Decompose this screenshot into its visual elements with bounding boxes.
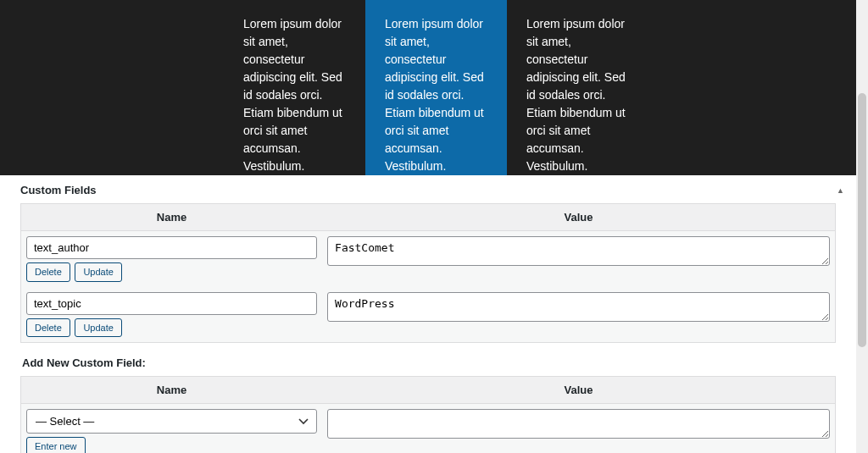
custom-fields-panel-header: Custom Fields ▲ (0, 175, 856, 203)
field-value-textarea[interactable]: WordPress (327, 292, 830, 322)
column-header-name: Name (21, 204, 323, 231)
custom-fields-table: Name Value Delete Update (20, 203, 836, 343)
table-row: Delete Update WordPress (21, 287, 836, 343)
column-header-name: Name (21, 377, 323, 404)
banner-text: Lorem ipsum dolor sit amet, consectetur … (526, 17, 626, 173)
field-key-input[interactable] (26, 292, 317, 315)
custom-fields-panel-body: Name Value Delete Update (0, 203, 856, 453)
banner-text: Lorem ipsum dolor sit amet, consectetur … (385, 17, 484, 173)
update-button[interactable]: Update (75, 318, 121, 338)
panel-toggle-icon[interactable]: ▲ (837, 186, 844, 195)
update-button[interactable]: Update (75, 262, 121, 282)
field-value-textarea[interactable]: FastComet (327, 236, 830, 266)
page-scrollbar[interactable] (856, 0, 868, 453)
table-row: Delete Update FastComet (21, 231, 836, 287)
field-key-input[interactable] (26, 236, 317, 259)
banner-column-active: Lorem ipsum dolor sit amet, consectetur … (365, 0, 507, 175)
scrollbar-thumb[interactable] (858, 93, 866, 347)
add-custom-field-table: Name Value — Select — (20, 376, 836, 453)
new-field-value-textarea[interactable] (327, 409, 830, 439)
table-row: — Select — Enter new (21, 404, 836, 454)
delete-button[interactable]: Delete (26, 318, 70, 338)
delete-button[interactable]: Delete (26, 262, 70, 282)
enter-new-button[interactable]: Enter new (26, 437, 86, 453)
banner-spacer (0, 0, 224, 175)
banner-column: Lorem ipsum dolor sit amet, consectetur … (507, 0, 648, 175)
panel-title: Custom Fields (20, 184, 97, 196)
add-new-heading: Add New Custom Field: (20, 343, 836, 376)
field-key-select[interactable]: — Select — (26, 409, 317, 434)
banner-column: Lorem ipsum dolor sit amet, consectetur … (224, 0, 365, 175)
banner-spacer (648, 0, 856, 175)
column-header-value: Value (322, 204, 835, 231)
preview-banner: Lorem ipsum dolor sit amet, consectetur … (0, 0, 856, 175)
banner-text: Lorem ipsum dolor sit amet, consectetur … (243, 17, 342, 173)
column-header-value: Value (322, 377, 835, 404)
